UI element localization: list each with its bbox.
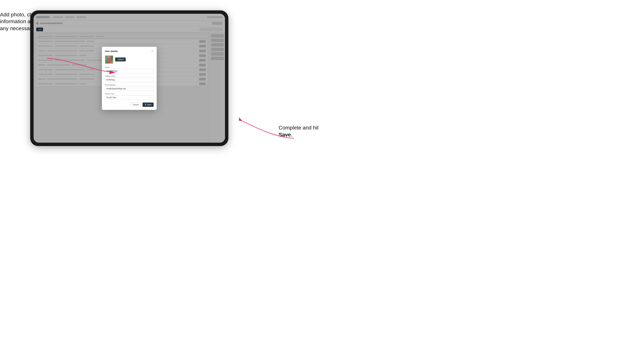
save-icon: ⬆: [145, 104, 146, 106]
modal-title-bar: User details ×: [105, 50, 154, 53]
select-clear-icon[interactable]: ×: [149, 97, 150, 99]
modal-footer: Cancel ⬆ Save: [105, 103, 154, 107]
school-year-value: Fourth Year: [105, 95, 154, 100]
save-button[interactable]: ⬆ Save: [142, 103, 154, 107]
display-name-input[interactable]: [105, 78, 154, 82]
school-year-select[interactable]: Fourth Year × ⌄: [105, 95, 154, 100]
save-label: Save: [147, 104, 151, 106]
school-year-label: School Year: [105, 93, 154, 95]
modal-close-button[interactable]: ×: [150, 50, 154, 53]
cancel-button[interactable]: Cancel: [130, 103, 141, 107]
email-input[interactable]: [105, 86, 154, 91]
school-year-field-group: School Year Fourth Year × ⌄: [105, 93, 154, 100]
modal-title: User details: [105, 50, 118, 53]
email-label: Email address: [105, 84, 154, 86]
tablet-shell: Add: [30, 10, 228, 146]
chevron-down-icon: ⌄: [151, 97, 153, 98]
arrow-left: [47, 55, 119, 77]
app-background: Add: [34, 14, 225, 143]
modal-overlay: User details × Upload: [34, 14, 225, 143]
arrow-right: [239, 116, 296, 140]
tablet-screen: Add: [34, 14, 225, 143]
email-field-group: Email address: [105, 84, 154, 91]
